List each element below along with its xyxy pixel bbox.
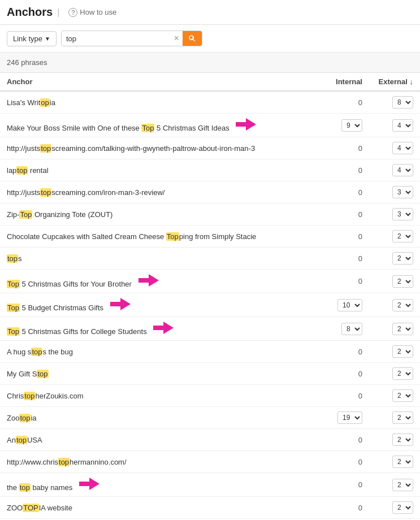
search-icon <box>188 34 196 42</box>
how-to-use-link[interactable]: ? How to use <box>68 8 116 17</box>
internal-cell: 0 <box>318 363 369 385</box>
anchor-text: http://www.christophermannino.com/ <box>7 458 127 466</box>
table-row: the top baby names 02 <box>0 473 420 497</box>
internal-dropdown[interactable]: 10 <box>337 299 362 311</box>
external-dropdown[interactable]: 2 <box>392 501 413 514</box>
internal-cell[interactable]: 19 <box>318 407 369 429</box>
external-cell[interactable]: 2 <box>369 385 420 407</box>
search-clear-button[interactable]: × <box>171 32 183 45</box>
anchor-cell[interactable]: laptop rental <box>0 159 318 181</box>
column-header-external[interactable]: External ↓ <box>369 73 420 91</box>
anchor-cell[interactable]: Top 5 Christmas Gifts for College Studen… <box>0 317 318 341</box>
table-row: http://juststopscreaming.com/iron-man-3-… <box>0 181 420 203</box>
internal-dropdown[interactable]: 19 <box>337 411 362 424</box>
anchor-cell[interactable]: Zootopia <box>0 407 318 429</box>
anchor-cell[interactable]: http://juststopscreaming.com/talking-wit… <box>0 137 318 159</box>
external-dropdown[interactable]: 2 <box>392 479 413 491</box>
anchor-cell[interactable]: My Gift Stop <box>0 363 318 385</box>
external-dropdown[interactable]: 2 <box>392 389 413 402</box>
external-dropdown[interactable]: 2 <box>392 230 413 242</box>
external-cell[interactable]: 2 <box>369 341 420 363</box>
external-dropdown[interactable]: 2 <box>392 367 413 380</box>
svg-marker-0 <box>236 118 256 131</box>
anchor-cell[interactable]: A hug stops the bug <box>0 341 318 363</box>
external-cell[interactable]: 2 <box>369 451 420 473</box>
external-dropdown[interactable]: 3 <box>392 208 413 220</box>
anchor-cell[interactable]: Top 5 Budget Christmas Gifts <box>0 293 318 317</box>
external-dropdown[interactable]: 2 <box>392 275 413 288</box>
external-cell[interactable]: 4 <box>369 159 420 181</box>
internal-cell[interactable]: 10 <box>318 293 369 317</box>
external-dropdown[interactable]: 2 <box>392 252 413 265</box>
table-row: AntopUSA02 <box>0 429 420 451</box>
external-dropdown[interactable]: 2 <box>392 323 413 335</box>
external-cell[interactable]: 4 <box>369 114 420 137</box>
external-cell[interactable]: 2 <box>369 407 420 429</box>
anchor-text: laptop rental <box>7 166 49 175</box>
internal-cell: 0 <box>318 248 369 270</box>
table-row: Chocolate Cupcakes with Salted Cream Che… <box>0 226 420 248</box>
anchor-cell[interactable]: Lisa's Writopia <box>0 91 318 114</box>
internal-value: 0 <box>358 232 362 241</box>
anchor-cell[interactable]: http://www.christophermannino.com/ <box>0 451 318 473</box>
external-dropdown[interactable]: 2 <box>392 456 413 468</box>
anchor-text: A hug stops the bug <box>7 348 73 356</box>
external-cell[interactable]: 2 <box>369 497 420 519</box>
external-cell[interactable]: 2 <box>369 248 420 270</box>
external-cell[interactable]: 2 <box>369 363 420 385</box>
internal-value: 0 <box>358 480 362 489</box>
external-dropdown[interactable]: 4 <box>392 164 413 176</box>
anchor-cell[interactable]: the top baby names <box>0 473 318 497</box>
internal-cell: 0 <box>318 226 369 248</box>
external-dropdown[interactable]: 2 <box>392 411 413 424</box>
external-dropdown[interactable]: 2 <box>392 345 413 358</box>
anchor-cell[interactable]: Make Your Boss Smile with One of these T… <box>0 114 318 137</box>
external-cell[interactable]: 2 <box>369 270 420 293</box>
link-type-button[interactable]: Link type ▼ <box>7 31 57 46</box>
anchor-cell[interactable]: Top 5 Christmas Gifts for Your Brother <box>0 270 318 293</box>
anchor-text: My Gift Stop <box>7 370 49 378</box>
external-cell[interactable]: 3 <box>369 203 420 226</box>
search-button[interactable] <box>183 31 202 46</box>
anchor-text: ZOOTOPIA website <box>7 504 72 512</box>
internal-cell[interactable]: 8 <box>318 317 369 341</box>
anchor-cell[interactable]: AntopUSA <box>0 429 318 451</box>
anchor-text: tops <box>7 254 22 263</box>
external-cell[interactable]: 2 <box>369 473 420 497</box>
external-dropdown[interactable]: 2 <box>392 299 413 311</box>
external-dropdown[interactable]: 4 <box>392 142 413 154</box>
external-cell[interactable]: 3 <box>369 181 420 203</box>
anchor-cell[interactable]: Chocolate Cupcakes with Salted Cream Che… <box>0 226 318 248</box>
arrow-icon <box>236 118 256 131</box>
internal-cell: 0 <box>318 497 369 519</box>
arrow-icon <box>79 478 99 490</box>
anchor-cell[interactable]: http://juststopscreaming.com/iron-man-3-… <box>0 181 318 203</box>
external-dropdown[interactable]: 8 <box>392 96 413 109</box>
link-type-label: Link type <box>13 34 42 43</box>
table-row: Top 5 Christmas Gifts for College Studen… <box>0 317 420 341</box>
external-dropdown[interactable]: 4 <box>392 119 413 132</box>
anchor-text: Zip-Top Organizing Tote (ZOUT) <box>7 210 112 219</box>
internal-dropdown[interactable]: 9 <box>341 119 362 132</box>
help-label: How to use <box>80 8 116 16</box>
external-cell[interactable]: 2 <box>369 317 420 341</box>
search-input[interactable] <box>62 32 171 46</box>
table-row: ChristopherZoukis.com02 <box>0 385 420 407</box>
arrow-icon <box>153 322 174 334</box>
anchor-cell[interactable]: tops <box>0 248 318 270</box>
external-cell[interactable]: 2 <box>369 226 420 248</box>
internal-cell[interactable]: 9 <box>318 114 369 137</box>
anchor-cell[interactable]: Zip-Top Organizing Tote (ZOUT) <box>0 203 318 226</box>
table-body: Lisa's Writopia08Make Your Boss Smile wi… <box>0 91 420 519</box>
internal-cell: 0 <box>318 429 369 451</box>
anchor-cell[interactable]: ZOOTOPIA website <box>0 497 318 519</box>
internal-dropdown[interactable]: 8 <box>341 323 362 335</box>
external-dropdown[interactable]: 3 <box>392 186 413 198</box>
external-cell[interactable]: 2 <box>369 429 420 451</box>
external-cell[interactable]: 8 <box>369 91 420 114</box>
external-cell[interactable]: 4 <box>369 137 420 159</box>
arrow-indicator <box>236 118 256 132</box>
external-cell[interactable]: 2 <box>369 293 420 317</box>
external-dropdown[interactable]: 2 <box>392 434 413 446</box>
anchor-cell[interactable]: ChristopherZoukis.com <box>0 385 318 407</box>
